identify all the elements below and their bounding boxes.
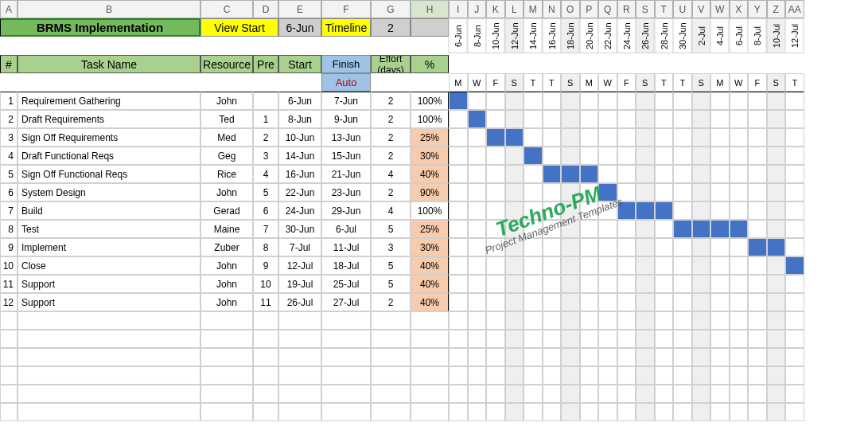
empty-cell[interactable]: [449, 330, 468, 348]
finish-date[interactable]: 25-Jul: [321, 275, 371, 293]
empty-cell[interactable]: [543, 311, 562, 330]
pct-complete[interactable]: 30%: [411, 147, 449, 165]
col-header-V[interactable]: V: [692, 0, 711, 18]
effort[interactable]: 4: [371, 201, 411, 220]
gantt-cell[interactable]: [673, 275, 692, 293]
gantt-cell[interactable]: [767, 183, 786, 201]
empty-cell[interactable]: [524, 311, 543, 330]
gantt-cell[interactable]: [561, 92, 580, 110]
gantt-cell[interactable]: [543, 220, 562, 238]
effort[interactable]: 4: [371, 165, 411, 183]
finish-date[interactable]: 29-Jun: [321, 201, 371, 220]
empty-cell[interactable]: [278, 311, 321, 330]
gantt-cell[interactable]: [767, 147, 786, 165]
finish-date[interactable]: 18-Jul: [321, 256, 371, 275]
resource[interactable]: Med: [200, 128, 253, 147]
gantt-cell[interactable]: [598, 293, 617, 311]
empty-cell[interactable]: [673, 330, 692, 348]
gantt-cell[interactable]: [767, 92, 786, 110]
gantt-cell[interactable]: [524, 201, 543, 220]
pct-complete[interactable]: 30%: [411, 238, 449, 256]
empty-cell[interactable]: [0, 385, 18, 403]
gantt-cell[interactable]: [692, 110, 711, 128]
pct-complete[interactable]: 40%: [411, 165, 449, 183]
empty-cell[interactable]: [598, 348, 617, 366]
empty-cell[interactable]: [673, 348, 692, 366]
gantt-cell[interactable]: [543, 128, 562, 147]
gantt-cell[interactable]: [543, 201, 562, 220]
empty-cell[interactable]: [748, 385, 767, 403]
gantt-cell[interactable]: [468, 201, 487, 220]
gantt-cell[interactable]: [524, 275, 543, 293]
gantt-cell[interactable]: [617, 110, 636, 128]
gantt-cell[interactable]: [730, 92, 749, 110]
empty-cell[interactable]: [767, 330, 786, 348]
gantt-cell[interactable]: [449, 183, 468, 201]
col-header-U[interactable]: U: [673, 0, 692, 18]
empty-cell[interactable]: [486, 366, 505, 385]
gantt-cell[interactable]: [673, 147, 692, 165]
empty-cell[interactable]: [371, 403, 411, 421]
gantt-cell[interactable]: [543, 275, 562, 293]
gantt-cell[interactable]: [655, 256, 674, 275]
start-date[interactable]: 19-Jul: [278, 275, 321, 293]
empty-cell[interactable]: [692, 330, 711, 348]
resource[interactable]: Maine: [200, 220, 253, 238]
task-name[interactable]: Requirement Gathering: [18, 92, 200, 110]
empty-cell[interactable]: [505, 366, 524, 385]
gantt-cell[interactable]: [767, 110, 786, 128]
effort[interactable]: 5: [371, 256, 411, 275]
gantt-cell[interactable]: [561, 147, 580, 165]
start-date[interactable]: 16-Jun: [278, 165, 321, 183]
empty-cell[interactable]: [200, 348, 253, 366]
col-header-D[interactable]: D: [253, 0, 278, 18]
gantt-cell[interactable]: [636, 238, 655, 256]
gantt-cell[interactable]: [748, 275, 767, 293]
gantt-cell[interactable]: [692, 183, 711, 201]
col-header-AA[interactable]: AA: [785, 0, 804, 18]
empty-cell[interactable]: [636, 348, 655, 366]
task-name[interactable]: Support: [18, 293, 200, 311]
gantt-cell[interactable]: [655, 147, 674, 165]
empty-cell[interactable]: [598, 311, 617, 330]
gantt-cell[interactable]: [524, 110, 543, 128]
empty-cell[interactable]: [655, 330, 674, 348]
empty-cell[interactable]: [561, 311, 580, 330]
start-date[interactable]: 7-Jul: [278, 238, 321, 256]
task-name[interactable]: Build: [18, 201, 200, 220]
gantt-cell[interactable]: [543, 256, 562, 275]
gantt-cell[interactable]: [524, 92, 543, 110]
gantt-cell[interactable]: [710, 147, 730, 165]
gantt-cell[interactable]: [561, 110, 580, 128]
empty-cell[interactable]: [767, 403, 786, 421]
gantt-cell[interactable]: [543, 147, 562, 165]
empty-cell[interactable]: [655, 311, 674, 330]
col-header-Z[interactable]: Z: [767, 0, 786, 18]
predecessor[interactable]: 11: [253, 293, 278, 311]
gantt-cell[interactable]: [580, 201, 599, 220]
empty-cell[interactable]: [785, 348, 804, 366]
gantt-cell[interactable]: [785, 183, 804, 201]
task-name[interactable]: Test: [18, 220, 200, 238]
gantt-cell[interactable]: [767, 128, 786, 147]
col-header-W[interactable]: W: [710, 0, 730, 18]
gantt-cell[interactable]: [486, 293, 505, 311]
gantt-cell[interactable]: [617, 183, 636, 201]
gantt-cell[interactable]: [673, 201, 692, 220]
gantt-cell[interactable]: [655, 293, 674, 311]
col-header-T[interactable]: T: [655, 0, 674, 18]
empty-cell[interactable]: [524, 385, 543, 403]
start-date[interactable]: 14-Jun: [278, 147, 321, 165]
gantt-cell[interactable]: [486, 220, 505, 238]
predecessor[interactable]: 2: [253, 128, 278, 147]
empty-cell[interactable]: [785, 385, 804, 403]
finish-date[interactable]: 21-Jun: [321, 165, 371, 183]
gantt-cell[interactable]: [673, 128, 692, 147]
gantt-cell[interactable]: [636, 147, 655, 165]
gantt-cell[interactable]: [655, 92, 674, 110]
empty-cell[interactable]: [580, 366, 599, 385]
empty-cell[interactable]: [617, 385, 636, 403]
empty-cell[interactable]: [411, 385, 449, 403]
empty-cell[interactable]: [505, 348, 524, 366]
empty-cell[interactable]: [200, 366, 253, 385]
